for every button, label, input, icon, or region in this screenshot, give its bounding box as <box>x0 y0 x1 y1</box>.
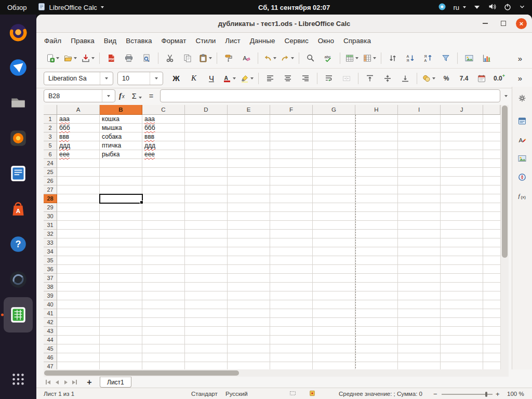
highlight-color-button[interactable] <box>238 71 255 86</box>
dock-item-ubuntu-software[interactable]: A <box>4 191 33 227</box>
formula-input[interactable] <box>160 89 500 102</box>
wrap-text-button[interactable] <box>321 71 337 86</box>
format-currency-button[interactable] <box>420 71 437 86</box>
menu-view[interactable]: Вид <box>99 35 121 47</box>
maximize-button[interactable] <box>498 18 509 29</box>
row-header-26[interactable]: 26 <box>44 177 57 185</box>
app-menu-button[interactable]: LibreOffice Calc <box>37 3 104 12</box>
print-button[interactable] <box>121 51 137 65</box>
dock-item-firefox[interactable] <box>4 15 33 50</box>
row-header-33[interactable]: 33 <box>44 238 57 247</box>
sort-ascending-button[interactable]: АЯ <box>402 51 419 65</box>
row-header-32[interactable]: 32 <box>44 230 57 238</box>
clock[interactable]: Сб, 11 сентября 02:07 <box>258 0 330 15</box>
cell-B6[interactable]: рыбка <box>100 150 142 159</box>
dock-item-system-app[interactable] <box>4 262 33 297</box>
volume-icon[interactable] <box>488 2 497 12</box>
power-icon[interactable] <box>503 3 512 12</box>
row-header-45[interactable]: 45 <box>44 344 57 353</box>
menu-window[interactable]: Окно <box>313 35 339 47</box>
row-header-42[interactable]: 42 <box>44 318 57 327</box>
column-header-G[interactable]: G <box>313 105 355 115</box>
column-header-E[interactable]: E <box>228 105 270 115</box>
gallery-button[interactable] <box>514 152 530 167</box>
column-header-B[interactable]: B <box>100 105 142 115</box>
redo-button[interactable] <box>279 51 296 65</box>
zoom-slider[interactable] <box>442 394 493 395</box>
first-sheet-button[interactable] <box>44 378 52 387</box>
column-header-C[interactable]: C <box>142 105 185 115</box>
cut-button[interactable] <box>162 51 178 65</box>
row-header-1[interactable]: 1 <box>44 115 57 124</box>
zoom-level[interactable]: 100 % <box>507 391 524 397</box>
row-header-27[interactable]: 27 <box>44 185 57 194</box>
cell-C1[interactable]: ааа <box>142 115 185 124</box>
bold-button[interactable]: Ж <box>168 71 184 86</box>
row-header-31[interactable]: 31 <box>44 221 57 230</box>
menu-insert[interactable]: Вставка <box>121 35 156 47</box>
menu-format[interactable]: Формат <box>156 35 191 47</box>
tray-app-icon[interactable] <box>438 3 446 12</box>
row-header-43[interactable]: 43 <box>44 327 57 336</box>
dock-item-libreoffice-writer[interactable] <box>4 156 33 191</box>
page-style[interactable]: Стандарт <box>191 391 218 397</box>
zoom-in-button[interactable]: + <box>496 390 500 397</box>
menu-file[interactable]: Файл <box>39 35 66 47</box>
toolbar-overflow-button[interactable]: » <box>512 51 528 65</box>
italic-button[interactable]: К <box>185 71 202 86</box>
sheet-tab[interactable]: Лист1 <box>100 377 131 388</box>
minimize-button[interactable] <box>480 18 490 29</box>
chevron-down-icon[interactable] <box>518 3 526 12</box>
dock-item-help[interactable]: ? <box>4 227 33 262</box>
align-center-button[interactable] <box>280 71 296 86</box>
menu-sheet[interactable]: Лист <box>220 35 245 47</box>
select-all-corner[interactable] <box>44 105 57 115</box>
column-header-D[interactable]: D <box>185 105 228 115</box>
spelling-button[interactable]: abc <box>320 51 337 65</box>
row-header-37[interactable]: 37 <box>44 274 57 283</box>
horizontal-scrollbar[interactable] <box>44 369 500 377</box>
cell-A3[interactable]: ввв <box>57 132 100 141</box>
row-header-44[interactable]: 44 <box>44 336 57 344</box>
row-header-28[interactable]: 28 <box>44 194 57 203</box>
menu-styles[interactable]: Стили <box>191 35 220 47</box>
row-header-40[interactable]: 40 <box>44 300 57 309</box>
zoom-out-button[interactable]: − <box>433 390 437 397</box>
formula-button[interactable]: = <box>149 92 153 100</box>
format-date-button[interactable] <box>473 71 490 86</box>
properties-button[interactable] <box>514 115 530 129</box>
name-box-dropdown[interactable] <box>102 90 115 102</box>
row-header-46[interactable]: 46 <box>44 353 57 362</box>
row-header-29[interactable]: 29 <box>44 203 57 212</box>
sort-button[interactable] <box>384 51 401 65</box>
styles-button[interactable]: A <box>514 134 530 148</box>
font-name-dropdown[interactable] <box>100 72 113 85</box>
cell-A6[interactable]: еее <box>57 150 100 159</box>
active-cell-cursor[interactable] <box>99 194 143 204</box>
close-button[interactable]: × <box>516 18 527 29</box>
next-sheet-button[interactable] <box>61 378 70 387</box>
save-button[interactable] <box>79 51 96 65</box>
menu-tools[interactable]: Сервис <box>280 35 313 47</box>
open-button[interactable] <box>62 51 78 65</box>
last-sheet-button[interactable] <box>70 378 79 387</box>
copy-button[interactable] <box>179 51 196 65</box>
find-replace-button[interactable] <box>302 51 319 65</box>
cell-C5[interactable]: ддд <box>142 141 185 150</box>
clear-formatting-button[interactable]: A <box>238 51 255 65</box>
vertical-scrollbar[interactable] <box>500 105 509 369</box>
navigator-button[interactable] <box>514 171 530 185</box>
column-header-J[interactable]: J <box>441 105 483 115</box>
select-sum-button[interactable]: Σ <box>132 92 142 100</box>
format-percent-button[interactable]: % <box>438 71 455 86</box>
previous-sheet-button[interactable] <box>52 378 61 387</box>
cell-B5[interactable]: птичка <box>100 141 142 150</box>
format-number-button[interactable]: 7.4 <box>456 71 472 86</box>
row-header-38[interactable]: 38 <box>44 283 57 291</box>
row-header-24[interactable]: 24 <box>44 159 57 168</box>
add-sheet-button[interactable]: + <box>83 378 96 387</box>
cell-A2[interactable]: ббб <box>57 124 100 132</box>
expand-formula-bar-button[interactable] <box>500 95 512 97</box>
column-header-I[interactable]: I <box>398 105 441 115</box>
row-header-35[interactable]: 35 <box>44 256 57 265</box>
